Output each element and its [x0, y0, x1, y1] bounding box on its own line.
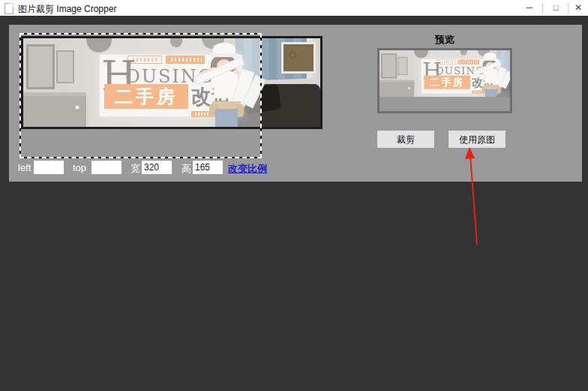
- change-ratio-link[interactable]: 改变比例: [228, 162, 267, 176]
- banner-bg-picture-right: [281, 42, 316, 74]
- top-field-label: top: [73, 162, 86, 173]
- titlebar: 图片裁剪 Image Cropper ─ □ ✕: [0, 0, 588, 17]
- width-input[interactable]: [142, 161, 172, 174]
- left-field-label: left: [18, 162, 31, 173]
- maximize-icon[interactable]: □: [544, 0, 568, 16]
- height-input[interactable]: [193, 161, 223, 174]
- banner-image: H OUSING 二手房 改造: [380, 50, 510, 97]
- close-icon[interactable]: ✕: [568, 0, 588, 16]
- app-document-icon: [4, 3, 14, 14]
- height-field-label: 高: [182, 162, 191, 176]
- top-input[interactable]: [92, 161, 122, 174]
- left-input[interactable]: [34, 161, 64, 174]
- width-field-label: 宽: [130, 162, 140, 176]
- crop-button[interactable]: 裁剪: [376, 130, 435, 149]
- crop-highlight-overlay: [380, 50, 510, 97]
- minimize-icon[interactable]: ─: [518, 0, 542, 16]
- crop-selection[interactable]: [20, 33, 262, 158]
- use-original-button[interactable]: 使用原图: [448, 130, 506, 149]
- titlebar-divider: [542, 3, 543, 13]
- preview-box: H OUSING 二手房 改造: [377, 48, 512, 113]
- preview-label: 预览: [377, 33, 512, 47]
- preview-thumbnail: H OUSING 二手房 改造: [380, 50, 510, 97]
- window-title: 图片裁剪 Image Cropper: [18, 3, 116, 16]
